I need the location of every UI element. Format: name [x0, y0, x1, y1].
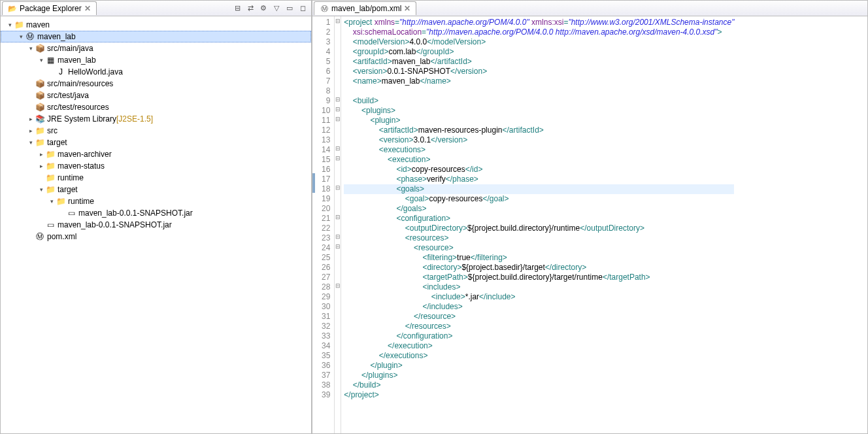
code-line[interactable]: <include>*.jar</include>: [344, 292, 734, 302]
tree-node[interactable]: ▸📁maven-archiver: [1, 148, 311, 160]
expand-arrow-icon[interactable]: ▾: [37, 57, 45, 63]
tree-node[interactable]: ▾📦src/main/java: [1, 42, 311, 54]
tree-node[interactable]: ▸📁src: [1, 125, 311, 137]
tree-node[interactable]: ▭maven_lab-0.0.1-SNAPSHOT.jar: [1, 207, 311, 219]
code-line[interactable]: <id>copy-resources</id>: [344, 165, 734, 175]
minimize-icon[interactable]: ▭: [285, 4, 294, 13]
fold-column[interactable]: ⊟⊟⊟⊟⊟⊟⊟⊟⊟⊟⊟: [335, 16, 341, 433]
expand-arrow-icon[interactable]: ▸: [37, 151, 45, 158]
link-editor-icon[interactable]: ⇄: [246, 4, 255, 13]
code-line[interactable]: <artifactId>maven-resources-plugin</arti…: [344, 125, 734, 135]
code-line[interactable]: </plugins>: [344, 371, 734, 380]
code-line[interactable]: <build>: [344, 96, 734, 106]
explorer-tab[interactable]: 📂 Package Explorer ✕: [2, 1, 97, 15]
code-line[interactable]: <version>3.0.1</version>: [344, 135, 734, 145]
expand-arrow-icon[interactable]: ▾: [48, 198, 56, 205]
code-line[interactable]: <configuration>: [344, 214, 734, 224]
view-menu-icon[interactable]: ▽: [272, 4, 281, 13]
line-number: 19: [322, 194, 330, 204]
fold-toggle-icon[interactable]: ⊟: [335, 144, 341, 154]
fold-toggle-icon[interactable]: ⊟: [335, 183, 341, 193]
tree-node[interactable]: 📦src/main/resources: [1, 78, 311, 90]
fold-toggle-icon[interactable]: ⊟: [335, 105, 341, 114]
tree-node[interactable]: 📦src/test/resources: [1, 101, 311, 113]
code-line[interactable]: xsi:schemaLocation="http://maven.apache.…: [344, 27, 734, 37]
fold-toggle-icon: [335, 350, 341, 359]
expand-arrow-icon[interactable]: ▾: [37, 186, 45, 193]
fold-toggle-icon[interactable]: ⊟: [335, 95, 341, 105]
tree-node[interactable]: ▾Ⓜmaven_lab: [1, 31, 311, 42]
tree-node[interactable]: ▾📁target: [1, 184, 311, 195]
expand-arrow-icon[interactable]: ▸: [27, 116, 35, 122]
tree-node[interactable]: ▾📁target: [1, 137, 311, 148]
fold-toggle-icon[interactable]: ⊟: [335, 114, 341, 124]
editor-tab[interactable]: Ⓜ maven_lab/pom.xml ✕: [314, 1, 416, 15]
tree-node[interactable]: 📁runtime: [1, 172, 311, 184]
code-line[interactable]: <artifactId>maven_lab</artifactId>: [344, 57, 734, 67]
tree-node[interactable]: 📦src/test/java: [1, 90, 311, 101]
code-line[interactable]: [344, 86, 734, 96]
line-number: 31: [322, 312, 330, 322]
code-line[interactable]: <modelVersion>4.0.0</modelVersion>: [344, 37, 734, 47]
code-line[interactable]: <execution>: [344, 155, 734, 165]
line-number: 36: [322, 361, 330, 371]
editor-body[interactable]: 1234567891011121314151617181920212223242…: [312, 16, 867, 433]
expand-arrow-icon[interactable]: ▸: [27, 127, 35, 134]
code-line[interactable]: </resource>: [344, 312, 734, 322]
tree-node[interactable]: ▾📁runtime: [1, 195, 311, 207]
tree-node[interactable]: ▾📁maven: [1, 19, 311, 31]
tree-node[interactable]: ▭maven_lab-0.0.1-SNAPSHOT.jar: [1, 219, 311, 231]
expand-arrow-icon[interactable]: ▾: [27, 139, 35, 146]
code-line[interactable]: <goal>copy-resources</goal>: [344, 194, 734, 204]
code-line[interactable]: <includes>: [344, 282, 734, 292]
fold-toggle-icon[interactable]: ⊟: [335, 16, 341, 26]
code-line[interactable]: </resources>: [344, 322, 734, 331]
code-line[interactable]: <groupId>com.lab</groupId>: [344, 47, 734, 57]
maximize-icon[interactable]: ◻: [298, 4, 307, 13]
expand-arrow-icon[interactable]: ▾: [17, 33, 25, 40]
expand-arrow-icon[interactable]: ▾: [27, 45, 35, 52]
fold-toggle-icon[interactable]: ⊟: [335, 232, 341, 242]
code-line[interactable]: </build>: [344, 380, 734, 390]
code-line[interactable]: </configuration>: [344, 331, 734, 341]
code-line[interactable]: <goals>: [344, 184, 734, 194]
collapse-all-icon[interactable]: ⊟: [233, 4, 242, 13]
code-line[interactable]: <plugin>: [344, 116, 734, 125]
tree-node[interactable]: Ⓜpom.xml: [1, 231, 311, 242]
code-line[interactable]: </includes>: [344, 302, 734, 312]
code-line[interactable]: <outputDirectory>${project.build.directo…: [344, 224, 734, 233]
code-line[interactable]: <executions>: [344, 145, 734, 155]
code-line[interactable]: <phase>verify</phase>: [344, 175, 734, 184]
code-line[interactable]: <version>0.0.1-SNAPSHOT</version>: [344, 67, 734, 76]
code-area[interactable]: <project xmlns="http://maven.apache.org/…: [341, 16, 737, 433]
tree-node[interactable]: ▸📚JRE System Library [J2SE-1.5]: [1, 113, 311, 125]
tree-node[interactable]: ▸📁maven-status: [1, 160, 311, 172]
maven-project-icon: Ⓜ: [25, 32, 35, 41]
code-line[interactable]: </plugin>: [344, 361, 734, 371]
close-icon[interactable]: ✕: [84, 4, 91, 13]
fold-toggle-icon[interactable]: ⊟: [335, 212, 341, 222]
code-line[interactable]: </execution>: [344, 341, 734, 351]
folder-icon: 📁: [56, 197, 66, 206]
project-tree[interactable]: ▾📁maven▾Ⓜmaven_lab▾📦src/main/java▾▦maven…: [1, 16, 311, 433]
code-line[interactable]: </goals>: [344, 204, 734, 214]
fold-toggle-icon[interactable]: ⊟: [335, 154, 341, 163]
code-line[interactable]: <directory>${project.basedir}/target</di…: [344, 263, 734, 273]
code-line[interactable]: <name>maven_lab</name>: [344, 76, 734, 86]
code-line[interactable]: <targetPath>${project.build.directory}/t…: [344, 273, 734, 282]
expand-arrow-icon[interactable]: ▸: [37, 163, 45, 169]
code-line[interactable]: <plugins>: [344, 106, 734, 116]
code-line[interactable]: <project xmlns="http://maven.apache.org/…: [344, 18, 734, 27]
code-line[interactable]: </project>: [344, 390, 734, 400]
code-line[interactable]: <resources>: [344, 233, 734, 243]
tree-node[interactable]: JHelloWorld.java: [1, 66, 311, 78]
code-line[interactable]: <resource>: [344, 243, 734, 253]
expand-arrow-icon[interactable]: ▾: [6, 22, 14, 28]
close-icon[interactable]: ✕: [404, 4, 410, 13]
focus-icon[interactable]: ⚙: [259, 4, 268, 13]
code-line[interactable]: <filtering>true</filtering>: [344, 253, 734, 263]
code-line[interactable]: </executions>: [344, 351, 734, 361]
tree-node[interactable]: ▾▦maven_lab: [1, 54, 311, 66]
fold-toggle-icon[interactable]: ⊟: [335, 242, 341, 252]
fold-toggle-icon[interactable]: ⊟: [335, 281, 341, 291]
